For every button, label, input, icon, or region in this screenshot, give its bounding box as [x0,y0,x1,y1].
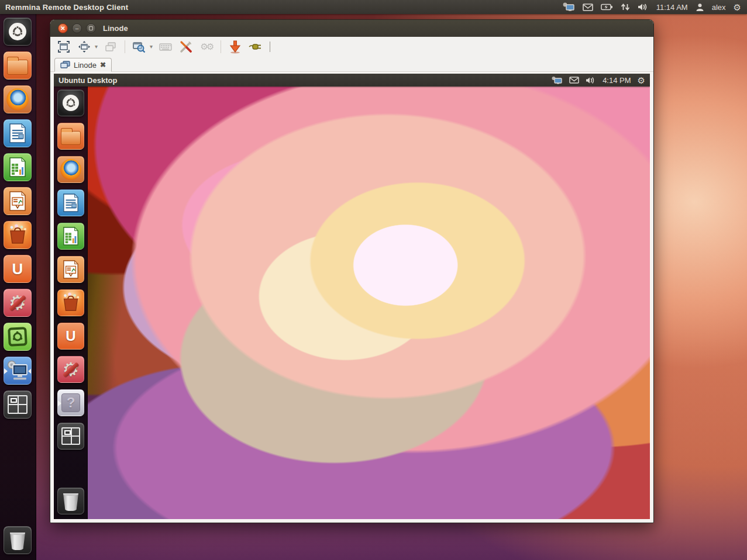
tab-close-icon[interactable]: ✖ [100,61,106,69]
remote-workspace-switcher-icon[interactable] [57,423,84,450]
remote-mail-indicator-icon[interactable] [569,77,579,84]
battery-indicator-icon[interactable] [601,4,613,11]
remote-libreoffice-writer-icon[interactable] [57,189,84,216]
remmina-icon[interactable] [4,357,32,385]
scaled-mode-dropdown-caret[interactable]: ▾ [150,43,153,50]
unity-launcher: U ⚙ [0,14,36,560]
top-panel: Remmina Remote Desktop Client 11:14 AM a… [0,0,747,14]
tab-connection-icon [60,61,70,69]
remote-running-indicator-arrow [58,400,61,406]
tab-linode[interactable]: Linode ✖ [54,58,112,72]
active-app-title: Remmina Remote Desktop Client [0,3,128,12]
trash-icon[interactable] [4,526,32,554]
remote-panel-indicators: 4:14 PM ⚙ [551,76,650,85]
ubuntu-logo-icon [9,23,26,40]
user-icon[interactable] [696,3,704,12]
desktop: Remmina Remote Desktop Client 11:14 AM a… [0,0,747,560]
scaled-mode-icon[interactable] [132,39,147,54]
libreoffice-writer-icon[interactable] [4,119,32,147]
remote-ubuntu-one-icon[interactable]: U [57,323,84,350]
disconnect-plug-icon[interactable] [248,39,263,54]
remote-firefox-icon[interactable] [57,156,84,183]
panel-indicators: 11:14 AM alex ⚙ [562,2,747,12]
remote-desktop-indicator-icon[interactable] [562,2,575,12]
window-title: Linode [103,24,128,33]
libreoffice-calc-icon[interactable] [4,153,32,181]
remote-trash-icon[interactable] [57,488,84,514]
tools-icon[interactable] [178,39,194,54]
preferences-gears-icon[interactable]: ⚙⚙ [199,39,214,54]
remote-ubuntu-software-center-icon[interactable] [57,289,84,316]
fullscreen-icon[interactable] [77,39,92,54]
remote-system-settings-icon[interactable]: ⚙ [57,356,84,383]
remote-desktop-title: Ubuntu Desktop [54,76,117,85]
dash-home-icon[interactable] [4,18,32,46]
ubuntu-one-icon[interactable]: U [4,255,32,283]
home-folder-icon[interactable] [4,51,32,79]
username[interactable]: alex [712,3,726,12]
remote-session-gear-icon[interactable]: ⚙ [638,76,645,85]
toolbar-separator [125,40,125,53]
remote-libreoffice-impress-icon[interactable] [57,256,84,283]
remote-clock[interactable]: 4:14 PM [603,76,631,85]
volume-indicator-icon[interactable] [638,3,649,11]
tab-label: Linode [74,61,97,70]
close-button[interactable]: ✕ [58,23,68,33]
system-settings-icon[interactable]: ⚙ [4,289,32,317]
remmina-toolbar: ▾ ▾ ⚙⚙ [50,37,653,56]
libreoffice-impress-icon[interactable] [4,187,32,215]
clock[interactable]: 11:14 AM [656,3,688,12]
software-updater-icon[interactable] [4,323,32,351]
remote-volume-indicator-icon[interactable] [586,77,596,84]
remote-remote-desktop-indicator-icon[interactable] [551,76,563,85]
maximize-button[interactable] [86,23,96,33]
minimize-window-icon[interactable] [228,39,243,54]
remmina-window: ✕ – Linode ▾ ▾ [50,19,654,523]
firefox-icon[interactable] [4,85,32,113]
ubuntu-one-letter: U [12,260,23,278]
remote-libreoffice-calc-icon[interactable] [57,223,84,250]
remote-dash-home-icon[interactable] [57,89,84,116]
focused-indicator-arrow [28,368,32,374]
running-indicator-arrow [4,368,8,374]
duplicate-connection-icon[interactable] [103,39,118,54]
fit-window-icon[interactable] [56,39,71,54]
remote-viewport[interactable]: Ubuntu Desktop 4:14 PM ⚙ [52,72,652,521]
toolbar-handle [270,42,270,52]
remote-unknown-app-icon[interactable]: ? [57,389,84,416]
network-traffic-indicator-icon[interactable] [621,3,630,11]
grab-keyboard-icon[interactable] [158,39,173,54]
tab-bar: Linode ✖ [50,56,653,72]
mail-indicator-icon[interactable] [583,4,593,11]
remote-home-folder-icon[interactable] [57,123,84,150]
window-titlebar[interactable]: ✕ – Linode [50,20,653,37]
remote-desktop-wallpaper[interactable]: Ubuntu Desktop 4:14 PM ⚙ [54,74,650,519]
toolbar-separator [221,40,221,53]
workspace-switcher-icon[interactable] [4,390,32,419]
ubuntu-software-center-icon[interactable] [4,221,32,249]
remote-unity-launcher: U ⚙ ? [54,87,88,519]
session-gear-icon[interactable]: ⚙ [734,3,741,12]
fullscreen-dropdown-caret[interactable]: ▾ [95,43,98,50]
minimize-button[interactable]: – [72,23,82,33]
question-glyph: ? [67,395,75,411]
remote-menubar: Ubuntu Desktop 4:14 PM ⚙ [54,74,650,87]
